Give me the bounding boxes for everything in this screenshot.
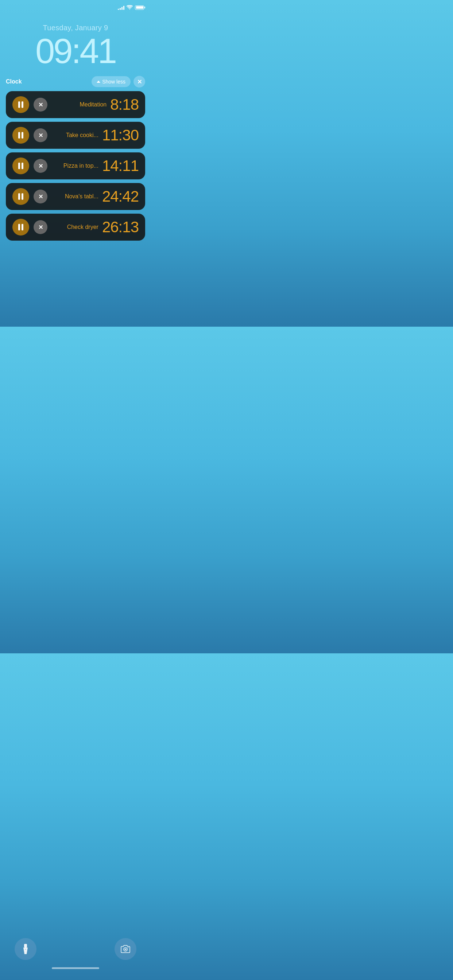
cancel-button-5[interactable]: ✕ bbox=[33, 220, 48, 234]
pause-icon bbox=[18, 193, 23, 200]
timer-time-5: 26:13 bbox=[102, 220, 139, 235]
timer-label-5: Check dryer bbox=[67, 224, 99, 231]
timer-info-1: Meditation 8:18 bbox=[52, 97, 139, 112]
timer-label-2: Take cooki... bbox=[66, 132, 99, 138]
close-notifications-button[interactable]: ✕ bbox=[134, 76, 145, 88]
cancel-button-4[interactable]: ✕ bbox=[33, 189, 48, 204]
show-less-label: Show less bbox=[102, 79, 126, 84]
pause-button-2[interactable] bbox=[13, 127, 29, 144]
cancel-icon: ✕ bbox=[38, 101, 43, 108]
timer-time-2: 11:30 bbox=[102, 127, 139, 143]
cancel-icon: ✕ bbox=[38, 224, 43, 231]
notification-actions: Show less ✕ bbox=[91, 76, 145, 88]
timer-info-2: Take cooki... 11:30 bbox=[52, 127, 139, 143]
timer-info-3: Pizza in top... 14:11 bbox=[52, 158, 139, 173]
cancel-icon: ✕ bbox=[38, 132, 43, 139]
status-bar bbox=[0, 0, 151, 13]
datetime-section: Tuesday, January 9 09:41 bbox=[0, 13, 151, 76]
app-label: Clock bbox=[6, 78, 22, 85]
timer-row: ✕ Nova's tabl... 24:42 bbox=[6, 183, 145, 210]
timer-info-5: Check dryer 26:13 bbox=[52, 220, 139, 235]
timer-time-1: 8:18 bbox=[110, 97, 139, 112]
timer-label-1: Meditation bbox=[80, 101, 107, 108]
pause-icon bbox=[18, 162, 23, 169]
time-display: 09:41 bbox=[0, 33, 151, 68]
timer-time-4: 24:42 bbox=[102, 189, 139, 204]
pause-button-1[interactable] bbox=[13, 96, 29, 113]
pause-button-5[interactable] bbox=[13, 219, 29, 235]
notification-section: Clock Show less ✕ ✕ Meditation 8:18 bbox=[0, 76, 151, 240]
cancel-icon: ✕ bbox=[38, 193, 43, 200]
chevron-up-icon bbox=[97, 81, 100, 83]
battery-icon bbox=[135, 5, 145, 10]
timer-row: ✕ Check dryer 26:13 bbox=[6, 214, 145, 240]
cancel-button-3[interactable]: ✕ bbox=[33, 159, 48, 173]
timer-row: ✕ Pizza in top... 14:11 bbox=[6, 153, 145, 180]
date-display: Tuesday, January 9 bbox=[0, 24, 151, 32]
pause-icon bbox=[18, 132, 23, 138]
timer-label-3: Pizza in top... bbox=[64, 162, 99, 169]
pause-button-3[interactable] bbox=[13, 158, 29, 174]
timer-row: ✕ Meditation 8:18 bbox=[6, 91, 145, 118]
show-less-button[interactable]: Show less bbox=[91, 76, 131, 87]
signal-bars-icon bbox=[118, 5, 124, 10]
cancel-button-2[interactable]: ✕ bbox=[33, 128, 48, 142]
timer-label-4: Nova's tabl... bbox=[65, 193, 99, 200]
timer-info-4: Nova's tabl... 24:42 bbox=[52, 189, 139, 204]
cancel-button-1[interactable]: ✕ bbox=[33, 98, 48, 111]
notification-header: Clock Show less ✕ bbox=[6, 76, 145, 88]
timer-row: ✕ Take cooki... 11:30 bbox=[6, 122, 145, 149]
pause-button-4[interactable] bbox=[13, 188, 29, 205]
pause-icon bbox=[18, 224, 23, 231]
wifi-icon bbox=[126, 5, 133, 10]
timer-time-3: 14:11 bbox=[102, 158, 139, 173]
cancel-icon: ✕ bbox=[38, 162, 43, 170]
close-icon: ✕ bbox=[137, 78, 142, 85]
pause-icon bbox=[18, 101, 23, 108]
